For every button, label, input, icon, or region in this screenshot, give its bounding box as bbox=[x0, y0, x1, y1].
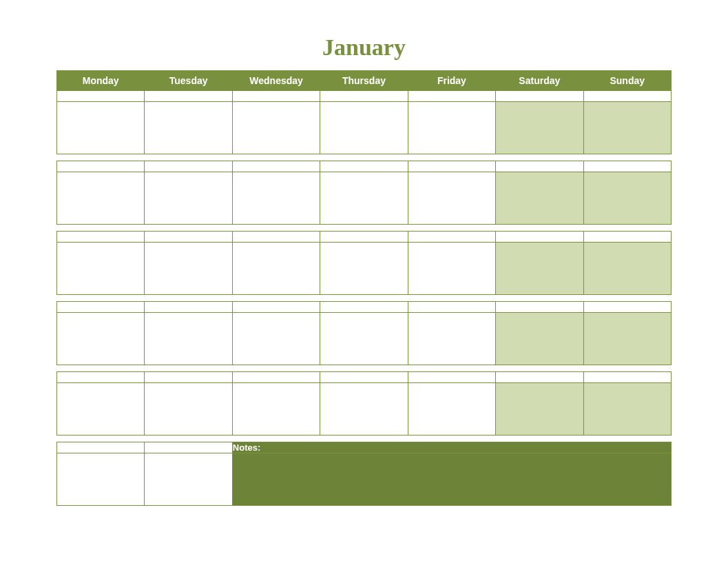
date-cell[interactable] bbox=[583, 302, 671, 313]
day-cell-weekend[interactable] bbox=[496, 383, 583, 436]
date-cell[interactable] bbox=[232, 232, 320, 243]
day-cell[interactable] bbox=[320, 313, 408, 365]
day-cell[interactable] bbox=[408, 102, 495, 154]
day-cell[interactable] bbox=[145, 172, 232, 225]
day-cell[interactable] bbox=[145, 243, 232, 295]
date-cell[interactable] bbox=[496, 232, 583, 243]
date-cell[interactable] bbox=[232, 372, 320, 383]
weekday-header: Tuesday bbox=[145, 71, 232, 91]
date-cell[interactable] bbox=[496, 302, 583, 313]
date-cell[interactable] bbox=[232, 302, 320, 313]
day-cell[interactable] bbox=[57, 243, 145, 295]
date-cell[interactable] bbox=[583, 161, 671, 172]
date-cell[interactable] bbox=[57, 161, 145, 172]
day-cell[interactable] bbox=[320, 102, 408, 154]
week-separator bbox=[57, 225, 672, 232]
date-cell[interactable] bbox=[320, 91, 408, 102]
weekday-header: Friday bbox=[408, 71, 495, 91]
week-separator bbox=[57, 436, 672, 442]
day-cell-weekend[interactable] bbox=[496, 313, 583, 365]
date-cell[interactable] bbox=[408, 232, 495, 243]
day-cell-weekend[interactable] bbox=[583, 243, 671, 295]
date-cell[interactable] bbox=[57, 372, 145, 383]
day-cell[interactable] bbox=[145, 453, 232, 506]
date-cell[interactable] bbox=[145, 232, 232, 243]
date-cell[interactable] bbox=[583, 91, 671, 102]
date-cell[interactable] bbox=[496, 372, 583, 383]
date-cell[interactable] bbox=[496, 161, 583, 172]
day-cell-weekend[interactable] bbox=[496, 172, 583, 225]
day-cell[interactable] bbox=[57, 313, 145, 365]
day-cell[interactable] bbox=[232, 383, 320, 436]
day-cell[interactable] bbox=[57, 172, 145, 225]
date-cell[interactable] bbox=[57, 442, 145, 453]
date-cell[interactable] bbox=[320, 161, 408, 172]
notes-label: Notes: bbox=[232, 442, 671, 453]
day-cell[interactable] bbox=[145, 102, 232, 154]
day-cell[interactable] bbox=[408, 243, 495, 295]
day-cell[interactable] bbox=[232, 243, 320, 295]
date-cell[interactable] bbox=[408, 91, 495, 102]
day-cell-weekend[interactable] bbox=[583, 313, 671, 365]
notes-area[interactable] bbox=[232, 453, 671, 506]
day-cell[interactable] bbox=[57, 102, 145, 154]
date-cell[interactable] bbox=[583, 232, 671, 243]
date-cell[interactable] bbox=[408, 161, 495, 172]
day-cell[interactable] bbox=[57, 383, 145, 436]
day-cell[interactable] bbox=[408, 172, 495, 225]
weekday-header: Sunday bbox=[583, 71, 671, 91]
day-cell[interactable] bbox=[320, 243, 408, 295]
week-separator bbox=[57, 295, 672, 302]
weekday-header: Thursday bbox=[320, 71, 408, 91]
date-cell[interactable] bbox=[57, 302, 145, 313]
week-separator bbox=[57, 154, 672, 161]
date-cell[interactable] bbox=[232, 91, 320, 102]
day-cell-weekend[interactable] bbox=[496, 243, 583, 295]
date-cell[interactable] bbox=[408, 302, 495, 313]
date-cell[interactable] bbox=[320, 372, 408, 383]
day-cell-weekend[interactable] bbox=[583, 102, 671, 154]
week-separator bbox=[57, 365, 672, 372]
month-title: January bbox=[56, 34, 672, 61]
day-cell[interactable] bbox=[408, 383, 495, 436]
day-cell[interactable] bbox=[57, 453, 145, 506]
weekday-header: Saturday bbox=[496, 71, 583, 91]
day-cell[interactable] bbox=[145, 383, 232, 436]
day-cell-weekend[interactable] bbox=[583, 383, 671, 436]
day-cell[interactable] bbox=[408, 313, 495, 365]
date-cell[interactable] bbox=[145, 442, 232, 453]
date-cell[interactable] bbox=[583, 372, 671, 383]
calendar-grid: Monday Tuesday Wednesday Thursday Friday… bbox=[56, 70, 672, 506]
day-cell[interactable] bbox=[232, 172, 320, 225]
date-cell[interactable] bbox=[232, 161, 320, 172]
day-cell-weekend[interactable] bbox=[583, 172, 671, 225]
date-cell[interactable] bbox=[145, 302, 232, 313]
day-cell[interactable] bbox=[232, 102, 320, 154]
date-cell[interactable] bbox=[57, 91, 145, 102]
date-cell[interactable] bbox=[408, 372, 495, 383]
date-cell[interactable] bbox=[496, 91, 583, 102]
day-cell-weekend[interactable] bbox=[496, 102, 583, 154]
weekday-header: Wednesday bbox=[232, 71, 320, 91]
date-cell[interactable] bbox=[145, 91, 232, 102]
date-cell[interactable] bbox=[145, 161, 232, 172]
date-cell[interactable] bbox=[145, 372, 232, 383]
weekday-header-row: Monday Tuesday Wednesday Thursday Friday… bbox=[57, 71, 672, 91]
weekday-header: Monday bbox=[57, 71, 145, 91]
date-cell[interactable] bbox=[320, 302, 408, 313]
day-cell[interactable] bbox=[145, 313, 232, 365]
day-cell[interactable] bbox=[320, 172, 408, 225]
date-cell[interactable] bbox=[57, 232, 145, 243]
day-cell[interactable] bbox=[320, 383, 408, 436]
day-cell[interactable] bbox=[232, 313, 320, 365]
date-cell[interactable] bbox=[320, 232, 408, 243]
